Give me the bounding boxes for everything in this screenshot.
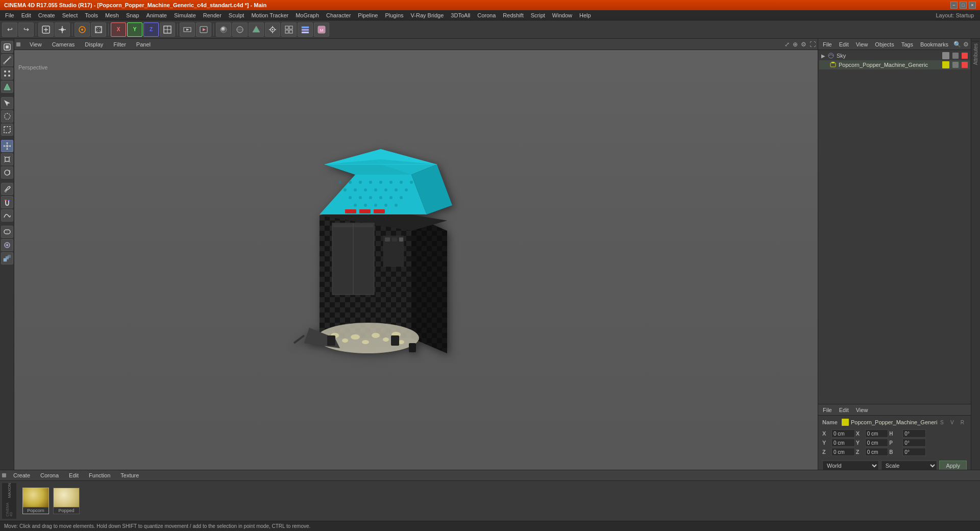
vp-fullscreen-icon[interactable]: ⛶ [810, 41, 816, 48]
coord-pos-y-input[interactable] [831, 439, 855, 447]
axis-z-button[interactable]: Z [143, 22, 159, 37]
polygon-mode-button[interactable] [1, 81, 13, 93]
coord-menu-edit[interactable]: Edit [837, 406, 851, 414]
coord-size-y-input[interactable] [865, 439, 889, 447]
menu-vray[interactable]: V-Ray Bridge [408, 11, 447, 19]
vp-menu-panel[interactable]: Panel [133, 40, 154, 49]
menu-pipeline[interactable]: Pipeline [355, 11, 381, 19]
display-lines-button[interactable] [232, 22, 248, 37]
scale-button[interactable] [91, 22, 106, 37]
coord-size-z-input[interactable] [865, 448, 889, 456]
menu-redshift[interactable]: Redshift [500, 11, 526, 19]
mat-menu-edit[interactable]: Edit [66, 471, 82, 479]
magnet-button[interactable] [1, 196, 13, 208]
om-gear-icon[interactable]: ⚙ [963, 41, 969, 48]
select-button[interactable] [1, 97, 13, 109]
coord-rot-b-input[interactable] [902, 448, 926, 456]
menu-sculpt[interactable]: Sculpt [226, 11, 248, 19]
object-row-popcorn-machine[interactable]: Popcorn_Popper_Machine_Generic [819, 60, 970, 69]
cloner-button[interactable] [1, 252, 13, 264]
menu-snap[interactable]: Snap [123, 11, 142, 19]
menu-mograph[interactable]: MoGraph [292, 11, 322, 19]
brush-tool-button[interactable] [1, 183, 13, 195]
world-button[interactable] [160, 22, 175, 37]
om-menu-tags[interactable]: Tags [899, 40, 916, 49]
move-tool-button[interactable] [1, 140, 13, 152]
grid-button[interactable] [281, 22, 297, 37]
menu-mesh[interactable]: Mesh [102, 11, 122, 19]
menu-animate[interactable]: Animate [143, 11, 170, 19]
coord-rot-p-input[interactable] [902, 439, 926, 447]
close-button[interactable]: × [969, 2, 976, 9]
menu-window[interactable]: Window [549, 11, 575, 19]
coord-pos-x-input[interactable] [831, 429, 855, 438]
sky-render-btn[interactable] [962, 53, 968, 59]
mat-menu-function[interactable]: Function [86, 471, 113, 479]
menu-script[interactable]: Script [528, 11, 548, 19]
lasso-select-button[interactable] [1, 110, 13, 123]
rotate-button[interactable] [75, 22, 90, 37]
vp-menu-filter[interactable]: Filter [110, 40, 129, 49]
minimize-button[interactable]: − [950, 2, 958, 9]
coord-world-dropdown[interactable]: World Local [822, 461, 879, 471]
coord-apply-button[interactable]: Apply [939, 461, 967, 471]
layer-button[interactable] [298, 22, 313, 37]
popcorn-render-btn[interactable] [962, 62, 968, 68]
deform-button[interactable] [1, 226, 13, 238]
material-button[interactable]: M [314, 22, 329, 37]
attributes-tab[interactable]: Attributes [972, 41, 979, 67]
material-swatch-popcorn[interactable]: Popcorn [22, 488, 49, 514]
coord-rot-h-input[interactable] [902, 429, 926, 438]
sky-visibility-btn[interactable] [952, 53, 959, 59]
render-view-button[interactable] [196, 22, 211, 37]
coord-menu-view[interactable]: View [853, 406, 871, 414]
om-menu-edit[interactable]: Edit [837, 40, 851, 49]
menu-select[interactable]: Select [59, 11, 81, 19]
mat-menu-texture[interactable]: Texture [117, 471, 142, 479]
point-mode-button[interactable] [1, 67, 13, 80]
vp-menu-display[interactable]: Display [82, 40, 106, 49]
om-search-icon[interactable]: 🔍 [953, 41, 961, 48]
viewport-canvas[interactable]: Perspective [14, 50, 818, 496]
rotate-tool-button[interactable] [1, 166, 13, 179]
vp-center-icon[interactable]: ⊕ [793, 41, 798, 48]
material-swatch-popped[interactable]: Popped [53, 488, 80, 514]
om-menu-file[interactable]: File [820, 40, 835, 49]
rect-select-button[interactable] [1, 124, 13, 136]
menu-file[interactable]: File [2, 11, 17, 19]
undo-button[interactable]: ↩ [2, 22, 17, 37]
popcorn-color-indicator[interactable] [942, 61, 949, 68]
spline-button[interactable] [1, 209, 13, 222]
object-row-sky[interactable]: ▶ Sky [819, 51, 970, 60]
display-flat-button[interactable] [249, 22, 264, 37]
coord-size-x-input[interactable] [865, 429, 889, 438]
move-button[interactable] [55, 22, 70, 37]
menu-create[interactable]: Create [35, 11, 58, 19]
menu-help[interactable]: Help [576, 11, 594, 19]
menu-render[interactable]: Render [200, 11, 225, 19]
coord-scale-dropdown[interactable]: Scale [881, 461, 938, 471]
om-menu-view[interactable]: View [853, 40, 871, 49]
mat-menu-create[interactable]: Create [10, 471, 33, 479]
mat-menu-corona[interactable]: Corona [37, 471, 62, 479]
menu-3dtoall[interactable]: 3DToAll [448, 11, 473, 19]
coord-pos-z-input[interactable] [831, 448, 855, 456]
coord-menu-file[interactable]: File [820, 406, 835, 414]
object-mode-button[interactable] [1, 41, 13, 53]
scale-tool-button[interactable] [1, 153, 13, 165]
maximize-button[interactable]: □ [960, 2, 967, 9]
vp-menu-view[interactable]: View [27, 40, 45, 49]
redo-button[interactable]: ↪ [18, 22, 34, 37]
axis-y-button[interactable]: Y [127, 22, 142, 37]
popcorn-visibility-btn[interactable] [952, 62, 959, 68]
snap-button[interactable] [265, 22, 280, 37]
menu-corona[interactable]: Corona [474, 11, 499, 19]
render-region-button[interactable] [180, 22, 195, 37]
sky-color-indicator[interactable] [942, 52, 949, 59]
om-menu-bookmarks[interactable]: Bookmarks [918, 40, 951, 49]
vp-menu-cameras[interactable]: Cameras [49, 40, 78, 49]
menu-character[interactable]: Character [323, 11, 354, 19]
menu-simulate[interactable]: Simulate [171, 11, 199, 19]
menu-tools[interactable]: Tools [82, 11, 101, 19]
axis-x-button[interactable]: X [111, 22, 126, 37]
